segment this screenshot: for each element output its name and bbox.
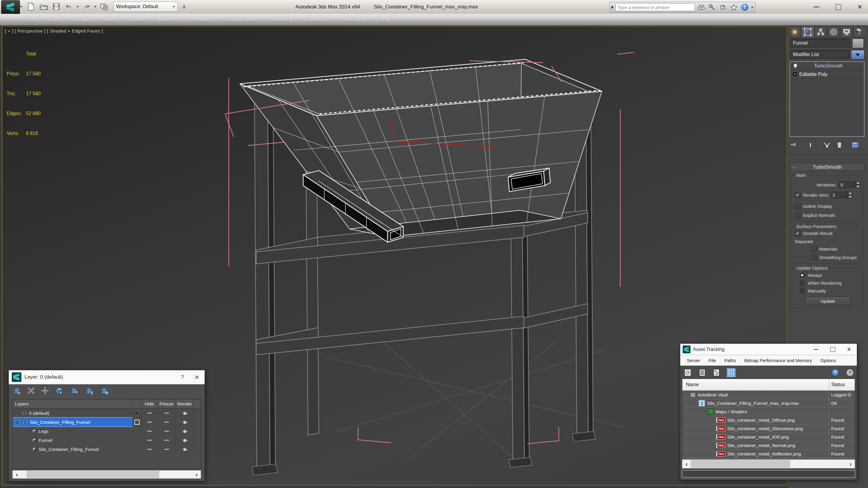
pin-stack-button[interactable] bbox=[789, 142, 799, 148]
layer-close-button[interactable]: ✕ bbox=[189, 370, 205, 384]
render-toggle[interactable] bbox=[176, 435, 193, 445]
scrollbar-track[interactable] bbox=[691, 460, 846, 468]
help-button[interactable]: ? bbox=[740, 3, 749, 11]
turbosmooth-rollout-header[interactable]: - TurboSmooth bbox=[790, 163, 864, 171]
layer-properties-button[interactable] bbox=[100, 387, 109, 395]
set-current-layer-button[interactable] bbox=[70, 387, 79, 395]
layer-row-default[interactable]: 0 (default) ✔ bbox=[13, 409, 201, 418]
select-layer-objects-button[interactable] bbox=[55, 387, 64, 395]
scrollbar-thumb[interactable] bbox=[691, 460, 790, 468]
scroll-right-button[interactable]: › bbox=[846, 460, 855, 468]
vault-help-button[interactable]: ? bbox=[831, 368, 840, 377]
settings-view-button[interactable] bbox=[712, 368, 721, 377]
open-file-button[interactable] bbox=[38, 1, 49, 12]
maximize-button[interactable] bbox=[833, 2, 843, 12]
menu-customize[interactable]: Customize bbox=[299, 14, 336, 25]
column-layers[interactable]: Layers bbox=[13, 399, 133, 408]
at-minimize-button[interactable] bbox=[807, 344, 824, 355]
menu-edit[interactable]: Edit bbox=[21, 14, 43, 25]
at-menu-server[interactable]: Server bbox=[683, 358, 704, 363]
asset-row-maxfile[interactable]: 3 Silo_Container_Filling_Funnel_max_vray… bbox=[682, 399, 855, 408]
menu-animation[interactable]: Animation bbox=[184, 14, 219, 25]
highlight-selected-layer-button[interactable] bbox=[85, 387, 94, 395]
object-name-field[interactable]: Funnel bbox=[790, 38, 850, 47]
column-current[interactable] bbox=[133, 399, 141, 408]
layer-row-silo-object[interactable]: Silo_Container_Filling_Funnel bbox=[13, 445, 201, 454]
asset-row-diffuse[interactable]: PNG Silo_container_metal_Diffuse.png Fou… bbox=[682, 416, 855, 424]
layer-help-button[interactable]: ? bbox=[176, 370, 189, 384]
explicit-normals-checkbox[interactable] bbox=[795, 213, 801, 218]
layer-dialog-titlebar[interactable]: Layer: 0 (default) ? ✕ bbox=[9, 370, 205, 384]
current-layer-check[interactable]: ✔ bbox=[133, 409, 141, 418]
render-toggle[interactable] bbox=[176, 427, 193, 435]
manually-radio[interactable] bbox=[800, 288, 805, 293]
asset-row-reflection[interactable]: PNG Silo_container_metal_Reflection.png … bbox=[682, 450, 855, 458]
redo-button[interactable] bbox=[82, 1, 92, 12]
hide-toggle[interactable] bbox=[141, 445, 157, 454]
minimize-button[interactable] bbox=[811, 2, 822, 12]
column-status[interactable]: Status bbox=[829, 379, 855, 390]
scroll-left-button[interactable]: ‹ bbox=[13, 470, 21, 478]
tab-utilities[interactable] bbox=[853, 26, 866, 38]
render-toggle[interactable] bbox=[176, 445, 193, 454]
toolbar-overflow-button[interactable] bbox=[183, 5, 186, 8]
at-menu-file[interactable]: File bbox=[705, 358, 719, 363]
make-unique-button[interactable] bbox=[822, 142, 832, 148]
smooth-result-checkbox[interactable]: ✔ bbox=[795, 230, 801, 236]
modifier-list-dropdown[interactable]: Modifier List bbox=[790, 50, 849, 59]
at-maximize-button[interactable] bbox=[824, 344, 841, 355]
add-to-layer-button[interactable] bbox=[41, 387, 49, 394]
redo-dropdown-icon[interactable] bbox=[94, 6, 96, 7]
new-scene-button[interactable] bbox=[26, 1, 36, 12]
app-menu-dropdown-icon[interactable] bbox=[20, 6, 22, 7]
refresh-button[interactable] bbox=[683, 368, 692, 377]
render-iters-checkbox[interactable]: ✔ bbox=[795, 192, 801, 198]
tab-hierarchy[interactable] bbox=[814, 26, 827, 38]
asset-row-vault[interactable]: Autodesk Vault Logged O bbox=[682, 391, 855, 399]
menu-tools[interactable]: Tools bbox=[43, 14, 68, 25]
context-help-button[interactable]: ? bbox=[845, 368, 855, 377]
menu-graph-editors[interactable]: Graph Editors bbox=[219, 14, 263, 25]
tab-create[interactable] bbox=[788, 26, 801, 38]
configure-modifier-sets-button[interactable] bbox=[850, 142, 860, 149]
viewport-label[interactable]: [ + ] [ Perspective ] [ Shaded + Edged F… bbox=[5, 28, 103, 33]
modifier-list-dropdown-button[interactable] bbox=[851, 50, 864, 60]
expand-plus-icon[interactable]: + bbox=[792, 72, 798, 77]
materials-checkbox[interactable] bbox=[811, 246, 817, 252]
undo-dropdown-icon[interactable] bbox=[76, 6, 79, 7]
communication-center-button[interactable] bbox=[718, 3, 727, 11]
remove-modifier-button[interactable] bbox=[835, 142, 844, 149]
tab-modify[interactable] bbox=[801, 26, 814, 38]
layer-horizontal-scrollbar[interactable]: ‹ › bbox=[12, 470, 201, 479]
asset-horizontal-scrollbar[interactable]: ‹ › bbox=[682, 459, 855, 468]
column-render[interactable]: Render bbox=[176, 399, 193, 408]
lightbulb-on-icon[interactable] bbox=[793, 63, 798, 69]
at-menu-options[interactable]: Options bbox=[817, 358, 840, 363]
create-new-layer-button[interactable] bbox=[13, 387, 21, 395]
smoothing-groups-checkbox[interactable] bbox=[811, 255, 817, 260]
object-color-swatch[interactable] bbox=[852, 38, 864, 48]
table-view-button[interactable] bbox=[727, 368, 736, 377]
hide-toggle[interactable] bbox=[141, 427, 157, 435]
undo-button[interactable] bbox=[64, 1, 74, 12]
at-menu-bitmap[interactable]: Bitmap Performance and Memory bbox=[741, 358, 815, 363]
save-file-button[interactable] bbox=[51, 1, 61, 12]
isoline-checkbox[interactable] bbox=[795, 203, 801, 209]
freeze-toggle[interactable] bbox=[157, 409, 176, 418]
menu-rendering[interactable]: Rendering bbox=[263, 14, 299, 25]
layer-row-funnel[interactable]: Funnel bbox=[13, 435, 201, 445]
always-radio[interactable] bbox=[800, 272, 805, 278]
sign-in-button[interactable] bbox=[708, 3, 717, 11]
freeze-toggle[interactable] bbox=[157, 435, 176, 445]
update-button[interactable]: Update bbox=[806, 297, 850, 305]
scroll-left-button[interactable]: ‹ bbox=[682, 460, 691, 468]
collapse-expander-icon[interactable]: - bbox=[15, 420, 20, 424]
menu-modifiers[interactable]: Modifiers bbox=[151, 14, 184, 25]
help-dropdown-icon[interactable] bbox=[751, 7, 753, 8]
menu-views[interactable]: Views bbox=[96, 14, 122, 25]
render-toggle[interactable] bbox=[176, 409, 193, 418]
hide-toggle[interactable] bbox=[141, 418, 157, 427]
column-name[interactable]: Name bbox=[682, 382, 829, 387]
when-rendering-radio[interactable] bbox=[800, 281, 805, 286]
search-button[interactable] bbox=[697, 3, 706, 11]
